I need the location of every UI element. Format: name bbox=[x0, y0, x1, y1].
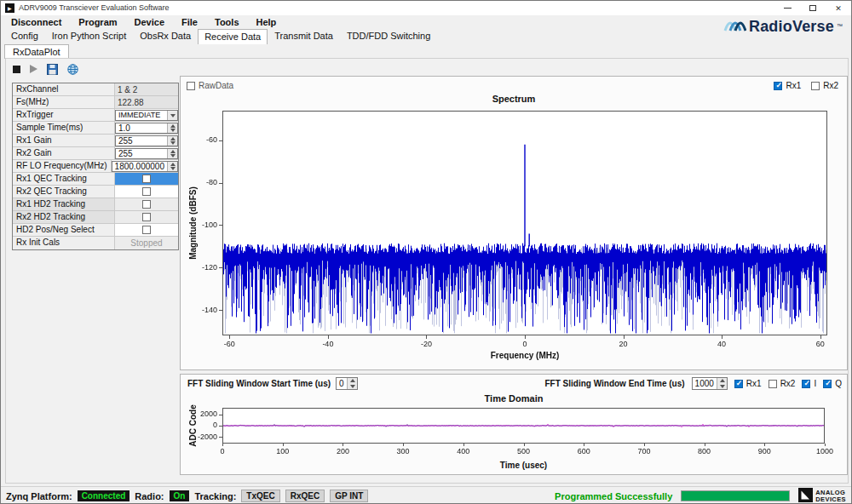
tab-tdd-fdd-switching[interactable]: TDD/FDD Switching bbox=[340, 28, 437, 44]
rxtrigger-dropdown[interactable]: IMMEDIATE bbox=[115, 110, 178, 121]
content-area: RxChannel 1 & 2 Fs(MHz) 122.88 RxTrigger… bbox=[5, 58, 849, 484]
spectrum-y-axis-label: Magnitude (dBFS) bbox=[188, 176, 199, 270]
spinner-arrows[interactable] bbox=[167, 162, 177, 171]
plot-toolbar bbox=[13, 62, 78, 76]
prop-row-rx1-gain: Rx1 Gain 255 bbox=[13, 135, 178, 147]
rf-lo-frequency-spinner[interactable]: 1800.000000 bbox=[112, 161, 178, 172]
tab-config[interactable]: Config bbox=[4, 28, 45, 44]
prop-row-rx2-gain: Rx2 Gain 255 bbox=[13, 147, 178, 160]
time-i-checkbox-box[interactable] bbox=[802, 380, 810, 388]
radioverse-waves-icon bbox=[723, 14, 746, 36]
rx1-gain-spinner[interactable]: 255 bbox=[115, 135, 178, 146]
menu-bar: Disconnect Program Device File Tools Hel… bbox=[3, 15, 285, 29]
status-right-group: Programmed Successfully ANALOG DEVICES bbox=[555, 488, 846, 504]
spinner-arrows[interactable] bbox=[167, 123, 177, 133]
menu-disconnect[interactable]: Disconnect bbox=[3, 16, 70, 28]
rx1-display-checkbox[interactable]: Rx1 bbox=[774, 81, 801, 90]
rawdata-checkbox-box[interactable] bbox=[187, 82, 195, 90]
rx1-hd2-checkbox[interactable] bbox=[142, 200, 151, 209]
prop-row-rf-lo-frequency: RF LO Frequency(MHz) 1800.000000 bbox=[13, 160, 178, 173]
time-rx2-checkbox[interactable]: Rx2 bbox=[769, 379, 796, 388]
prop-row-rx-init-cals: Rx Init Cals Stopped bbox=[13, 237, 178, 249]
rx2-hd2-checkbox[interactable] bbox=[142, 213, 151, 221]
sub-tab-bar: RxDataPlot bbox=[4, 44, 69, 59]
spinner-arrows[interactable] bbox=[167, 149, 177, 158]
time-q-checkbox[interactable]: Q bbox=[823, 379, 842, 388]
tab-rxdataplot[interactable]: RxDataPlot bbox=[4, 44, 69, 59]
tab-receive-data[interactable]: Receive Data bbox=[198, 29, 268, 44]
status-bar: Zynq Platform: Connected Radio: On Track… bbox=[1, 486, 851, 504]
fft-end-label: FFT Sliding Window End Time (us) bbox=[544, 379, 684, 388]
sample-time-spinner[interactable]: 1.0 bbox=[115, 123, 178, 134]
gpint-badge: GP INT bbox=[330, 490, 368, 502]
radioverse-tm: ™ bbox=[837, 23, 843, 29]
spinner-arrows[interactable] bbox=[167, 136, 177, 146]
menu-program[interactable]: Program bbox=[70, 16, 125, 28]
fft-start-spinner[interactable]: 0 bbox=[336, 377, 358, 390]
rx2-qec-cell[interactable] bbox=[115, 186, 178, 198]
menu-tools[interactable]: Tools bbox=[206, 16, 248, 28]
time-q-checkbox-box[interactable] bbox=[823, 380, 832, 388]
time-rx2-checkbox-box[interactable] bbox=[769, 380, 777, 388]
rx2-gain-spinner[interactable]: 255 bbox=[115, 148, 178, 159]
rx1-qec-checkbox[interactable] bbox=[142, 175, 151, 183]
hd2-posneg-cell[interactable] bbox=[115, 224, 178, 236]
play-button[interactable] bbox=[30, 65, 37, 73]
app-window: ADRV9009 Transciever Evaluation Software… bbox=[0, 0, 852, 504]
fft-start-label: FFT Sliding Window Start Time (us) bbox=[187, 379, 331, 388]
prop-row-rxtrigger: RxTrigger IMMEDIATE bbox=[13, 109, 178, 122]
save-button[interactable] bbox=[47, 64, 58, 75]
spinner-arrows[interactable] bbox=[347, 378, 357, 389]
spectrum-panel: RawData Rx1 Rx2 Spectrum Magnitude (dBFS… bbox=[180, 76, 848, 370]
progress-bar bbox=[681, 490, 790, 501]
rx1-hd2-cell[interactable] bbox=[115, 198, 178, 210]
zynq-platform-label: Zynq Platform: bbox=[6, 491, 72, 501]
rx2-hd2-cell[interactable] bbox=[115, 211, 178, 223]
time-y-axis-label: ADC Code bbox=[188, 400, 199, 451]
radioverse-name: RadioVerse bbox=[749, 18, 834, 36]
menu-file[interactable]: File bbox=[173, 16, 206, 28]
rx1-display-checkbox-box[interactable] bbox=[774, 82, 782, 90]
rx-settings-grid: RxChannel 1 & 2 Fs(MHz) 122.88 RxTrigger… bbox=[12, 83, 179, 250]
menu-device[interactable]: Device bbox=[126, 16, 173, 28]
fft-end-group: FFT Sliding Window End Time (us) 1000 Rx… bbox=[544, 377, 842, 390]
radio-label: Radio: bbox=[135, 491, 164, 501]
time-rx1-checkbox-box[interactable] bbox=[734, 380, 743, 388]
zynq-status-badge: Connected bbox=[78, 490, 130, 501]
prop-row-rxchannel: RxChannel 1 & 2 bbox=[13, 83, 178, 96]
tab-obsrx-data[interactable]: ObsRx Data bbox=[133, 28, 198, 44]
channel-select-group: Rx1 Rx2 bbox=[774, 81, 838, 90]
prop-row-rx2-hd2-tracking: Rx2 HD2 Tracking bbox=[13, 211, 178, 224]
chevron-down-icon[interactable] bbox=[167, 111, 177, 120]
analog-devices-logo: ANALOG DEVICES bbox=[798, 488, 846, 504]
tab-transmit-data[interactable]: Transmit Data bbox=[268, 28, 340, 44]
spectrum-chart[interactable] bbox=[181, 106, 848, 361]
rx2-qec-checkbox[interactable] bbox=[142, 187, 151, 196]
spectrum-chart-title: Spectrum bbox=[181, 94, 847, 104]
time-domain-chart[interactable] bbox=[181, 405, 848, 460]
rx2-display-checkbox[interactable]: Rx2 bbox=[811, 81, 838, 90]
network-globe-button[interactable] bbox=[67, 64, 78, 75]
tab-iron-python-script[interactable]: Iron Python Script bbox=[45, 28, 133, 44]
prop-row-sample-time: Sample Time(ms) 1.0 bbox=[13, 122, 178, 135]
rx-init-cals-button[interactable]: Stopped bbox=[115, 237, 178, 249]
rx1-qec-cell[interactable] bbox=[115, 173, 178, 185]
app-icon bbox=[5, 3, 14, 13]
hd2-posneg-checkbox[interactable] bbox=[142, 226, 151, 234]
main-tab-bar: Config Iron Python Script ObsRx Data Rec… bbox=[4, 29, 437, 44]
time-i-checkbox[interactable]: I bbox=[802, 379, 816, 388]
rawdata-checkbox[interactable]: RawData bbox=[187, 81, 233, 90]
programmed-status-text: Programmed Successfully bbox=[555, 491, 672, 501]
menu-help[interactable]: Help bbox=[248, 16, 285, 28]
spinner-arrows[interactable] bbox=[717, 378, 727, 389]
prop-row-rx2-qec-tracking: Rx2 QEC Tracking bbox=[13, 186, 178, 198]
adi-wordmark: ANALOG DEVICES bbox=[815, 490, 846, 503]
window-title: ADRV9009 Transciever Evaluation Software bbox=[19, 3, 169, 12]
time-rx1-checkbox[interactable]: Rx1 bbox=[734, 379, 762, 388]
spectrum-x-axis-label: Frequency (MHz) bbox=[222, 351, 827, 360]
fft-end-spinner[interactable]: 1000 bbox=[692, 377, 728, 390]
rx2-display-checkbox-box[interactable] bbox=[811, 82, 820, 90]
prop-row-hd2-pos-neg: HD2 Pos/Neg Select bbox=[13, 224, 178, 237]
stop-button[interactable] bbox=[13, 66, 20, 73]
time-x-axis-label: Time (usec) bbox=[222, 461, 825, 470]
